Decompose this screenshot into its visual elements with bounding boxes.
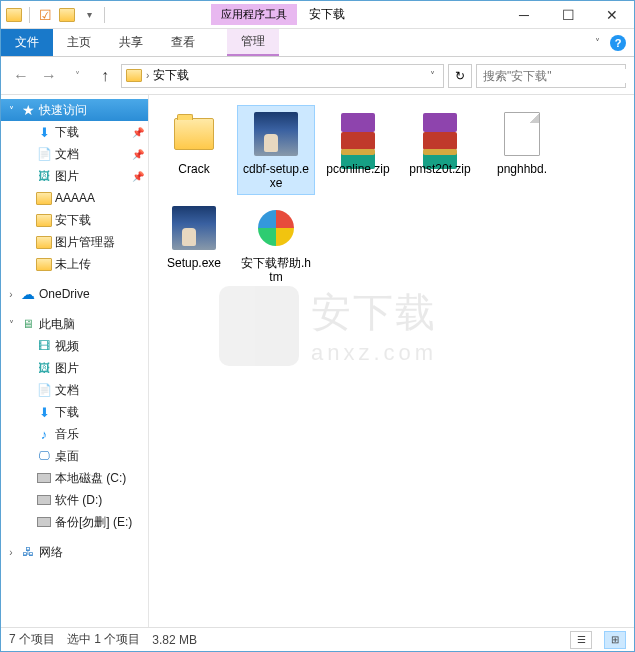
back-button[interactable]: ← bbox=[9, 64, 33, 88]
file-name-label: Setup.exe bbox=[167, 256, 221, 270]
sidebar-network[interactable]: › 🖧 网络 bbox=[1, 541, 148, 563]
address-dropdown-icon[interactable]: ˅ bbox=[426, 70, 439, 81]
file-list[interactable]: Crackcdbf-setup.exepconline.zippmst20t.z… bbox=[149, 95, 634, 627]
sidebar-item[interactable]: AAAAA bbox=[1, 187, 148, 209]
ribbon-tab-view[interactable]: 查看 bbox=[157, 29, 209, 56]
file-item[interactable]: cdbf-setup.exe bbox=[237, 105, 315, 195]
ribbon-tabs: 文件 主页 共享 查看 管理 ˅ ? bbox=[1, 29, 634, 57]
qat-customize-icon[interactable]: ▾ bbox=[80, 6, 98, 24]
picture-icon: 🖼 bbox=[36, 360, 52, 376]
qat-properties-icon[interactable]: ☑ bbox=[36, 6, 54, 24]
sidebar-item-label: 文档 bbox=[55, 146, 79, 163]
disk-icon bbox=[36, 514, 52, 530]
sidebar-item-label: 软件 (D:) bbox=[55, 492, 102, 509]
address-separator-icon[interactable]: › bbox=[146, 70, 149, 81]
context-tab-header: 应用程序工具 bbox=[211, 4, 297, 25]
sidebar-item[interactable]: ⬇下载📌 bbox=[1, 121, 148, 143]
pc-icon: 🖥 bbox=[20, 316, 36, 332]
quick-access-toolbar: ☑ ▾ bbox=[1, 6, 111, 24]
sidebar-item-label: 安下载 bbox=[55, 212, 91, 229]
disclosure-icon[interactable]: › bbox=[5, 289, 17, 300]
pin-icon: 📌 bbox=[132, 171, 144, 182]
desktop-icon: 🖵 bbox=[36, 448, 52, 464]
close-button[interactable]: ✕ bbox=[590, 1, 634, 29]
sidebar-item[interactable]: 本地磁盘 (C:) bbox=[1, 467, 148, 489]
maximize-button[interactable]: ☐ bbox=[546, 1, 590, 29]
sidebar-item[interactable]: 安下载 bbox=[1, 209, 148, 231]
details-view-button[interactable]: ☰ bbox=[570, 631, 592, 649]
watermark-subtext: anxz.com bbox=[311, 340, 437, 366]
file-tab[interactable]: 文件 bbox=[1, 29, 53, 56]
sidebar-item[interactable]: 🖼图片📌 bbox=[1, 165, 148, 187]
qat-new-folder-icon[interactable] bbox=[58, 6, 76, 24]
sidebar-item[interactable]: 🖵桌面 bbox=[1, 445, 148, 467]
sidebar-quick-access[interactable]: ˅ ★ 快速访问 bbox=[1, 99, 148, 121]
sidebar-item[interactable]: 图片管理器 bbox=[1, 231, 148, 253]
sidebar-item-label: 音乐 bbox=[55, 426, 79, 443]
file-name-label: pnghhbd. bbox=[497, 162, 547, 176]
folder-icon bbox=[36, 234, 52, 250]
sidebar-item-label: 下载 bbox=[55, 124, 79, 141]
video-icon: 🎞 bbox=[36, 338, 52, 354]
cloud-icon: ☁ bbox=[20, 286, 36, 302]
sidebar-item[interactable]: 📄文档 bbox=[1, 379, 148, 401]
address-segment[interactable]: 安下载 bbox=[153, 67, 189, 84]
sidebar-label: 快速访问 bbox=[39, 102, 87, 119]
forward-button[interactable]: → bbox=[37, 64, 61, 88]
icons-view-button[interactable]: ⊞ bbox=[604, 631, 626, 649]
navigation-pane[interactable]: ˅ ★ 快速访问 ⬇下载📌📄文档📌🖼图片📌AAAAA安下载图片管理器未上传 › … bbox=[1, 95, 149, 627]
file-item[interactable]: Crack bbox=[155, 105, 233, 195]
file-item[interactable]: pnghhbd. bbox=[483, 105, 561, 195]
sidebar-item[interactable]: 软件 (D:) bbox=[1, 489, 148, 511]
sidebar-onedrive[interactable]: › ☁ OneDrive bbox=[1, 283, 148, 305]
picture-icon: 🖼 bbox=[36, 168, 52, 184]
archive-icon bbox=[341, 113, 375, 155]
file-name-label: Crack bbox=[178, 162, 209, 176]
sidebar-item-label: 备份[勿删] (E:) bbox=[55, 514, 132, 531]
network-icon: 🖧 bbox=[20, 544, 36, 560]
disclosure-icon[interactable]: ˅ bbox=[5, 105, 17, 116]
file-icon bbox=[504, 112, 540, 156]
sidebar-item-label: 桌面 bbox=[55, 448, 79, 465]
help-icon[interactable]: ? bbox=[610, 35, 626, 51]
ribbon-tab-share[interactable]: 共享 bbox=[105, 29, 157, 56]
up-button[interactable]: ↑ bbox=[93, 64, 117, 88]
main-area: ˅ ★ 快速访问 ⬇下载📌📄文档📌🖼图片📌AAAAA安下载图片管理器未上传 › … bbox=[1, 95, 634, 627]
sidebar-item[interactable]: 未上传 bbox=[1, 253, 148, 275]
title-bar: ☑ ▾ 应用程序工具 安下载 ─ ☐ ✕ bbox=[1, 1, 634, 29]
refresh-button[interactable]: ↻ bbox=[448, 64, 472, 88]
download-icon: ⬇ bbox=[36, 124, 52, 140]
watermark-text: 安下载 bbox=[311, 285, 437, 340]
ribbon-tab-manage[interactable]: 管理 bbox=[227, 29, 279, 56]
file-name-label: pmst20t.zip bbox=[409, 162, 470, 176]
recent-locations-icon[interactable]: ˅ bbox=[65, 64, 89, 88]
sidebar-item-label: 本地磁盘 (C:) bbox=[55, 470, 126, 487]
archive-icon bbox=[423, 113, 457, 155]
file-item[interactable]: 安下载帮助.htm bbox=[237, 199, 315, 289]
sidebar-item[interactable]: 🎞视频 bbox=[1, 335, 148, 357]
sidebar-item-label: 下载 bbox=[55, 404, 79, 421]
disclosure-icon[interactable]: ˅ bbox=[5, 319, 17, 330]
ribbon-tab-home[interactable]: 主页 bbox=[53, 29, 105, 56]
address-bar[interactable]: › 安下载 ˅ bbox=[121, 64, 444, 88]
file-name-label: pconline.zip bbox=[326, 162, 389, 176]
file-item[interactable]: Setup.exe bbox=[155, 199, 233, 289]
file-item[interactable]: pmst20t.zip bbox=[401, 105, 479, 195]
address-folder-icon bbox=[126, 69, 142, 82]
ribbon-expand-icon[interactable]: ˅ bbox=[595, 37, 600, 48]
sidebar-item[interactable]: 🖼图片 bbox=[1, 357, 148, 379]
sidebar-item[interactable]: 📄文档📌 bbox=[1, 143, 148, 165]
search-input[interactable] bbox=[483, 69, 633, 83]
file-item[interactable]: pconline.zip bbox=[319, 105, 397, 195]
disclosure-icon[interactable]: › bbox=[5, 547, 17, 558]
sidebar-item[interactable]: ⬇下载 bbox=[1, 401, 148, 423]
sidebar-label: 此电脑 bbox=[39, 316, 75, 333]
sidebar-item[interactable]: ♪音乐 bbox=[1, 423, 148, 445]
sidebar-item-label: 未上传 bbox=[55, 256, 91, 273]
sidebar-this-pc[interactable]: ˅ 🖥 此电脑 bbox=[1, 313, 148, 335]
sidebar-item[interactable]: 备份[勿删] (E:) bbox=[1, 511, 148, 533]
document-icon: 📄 bbox=[36, 382, 52, 398]
minimize-button[interactable]: ─ bbox=[502, 1, 546, 29]
search-box[interactable]: 🔍 bbox=[476, 64, 626, 88]
watermark-icon bbox=[219, 286, 299, 366]
